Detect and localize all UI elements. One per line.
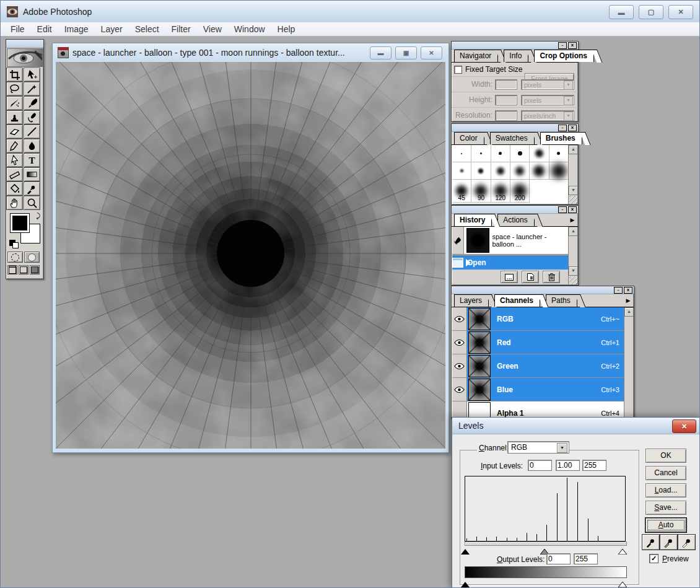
panel-close-icon[interactable]: x xyxy=(568,42,577,49)
close-button[interactable]: ✕ xyxy=(668,5,693,19)
brush-preview[interactable] xyxy=(452,162,471,180)
menu-window[interactable]: Window xyxy=(228,23,271,35)
tab-brushes[interactable]: Brushes xyxy=(540,132,582,144)
channel-row-alpha-1[interactable]: Alpha 1Ctrl+4 xyxy=(452,402,624,418)
channel-select[interactable]: RGB ▼ xyxy=(507,441,569,454)
gamma-slider[interactable] xyxy=(540,546,549,551)
document-titlebar[interactable]: space - launcher - balloon - type 001 - … xyxy=(53,43,448,61)
clone-stamp-tool[interactable] xyxy=(6,110,23,125)
direct-select-tool[interactable] xyxy=(6,153,23,167)
foreground-color-swatch[interactable] xyxy=(10,213,30,233)
brush-preview[interactable] xyxy=(471,162,491,180)
fullscreen-button[interactable] xyxy=(30,265,40,274)
standard-mode-button[interactable] xyxy=(7,252,23,263)
unit-select[interactable]: pixels▼ xyxy=(521,95,574,105)
doc-restore-button[interactable]: ▣ xyxy=(395,46,417,59)
panel-titlebar[interactable]: -x xyxy=(452,206,578,214)
tab-swatches[interactable]: Swatches xyxy=(490,132,535,144)
measure-tool[interactable] xyxy=(6,167,23,182)
scroll-down-icon[interactable]: ▼ xyxy=(569,186,578,195)
history-snapshot-row[interactable]: space - launcher - balloon ... xyxy=(452,227,569,256)
scroll-up-icon[interactable]: ▲ xyxy=(624,307,634,317)
fullscreen-menubar-button[interactable] xyxy=(19,265,28,274)
chevron-down-icon[interactable]: ▼ xyxy=(564,96,573,105)
white-point-slider[interactable] xyxy=(618,546,627,551)
panel-minimize-icon[interactable]: - xyxy=(558,206,567,213)
tab-history[interactable]: History xyxy=(454,214,492,226)
panel-minimize-icon[interactable]: - xyxy=(558,42,567,49)
brush-preview[interactable] xyxy=(549,162,569,180)
channel-row-rgb[interactable]: RGBCtrl+~ xyxy=(452,307,624,331)
airbrush-tool[interactable] xyxy=(6,96,23,110)
chevron-down-icon[interactable]: ▼ xyxy=(564,112,573,121)
default-colors-icon[interactable] xyxy=(9,240,18,248)
brushes-scrollbar[interactable]: ▲ ▼ xyxy=(568,145,577,204)
panel-titlebar[interactable]: -x xyxy=(452,286,634,294)
field-input[interactable] xyxy=(495,95,517,105)
tab-paths[interactable]: Paths xyxy=(546,294,577,307)
lasso-tool[interactable] xyxy=(6,82,23,96)
dialog-close-button[interactable]: ✕ xyxy=(672,419,696,433)
menu-help[interactable]: Help xyxy=(271,23,302,35)
gradient-tool[interactable] xyxy=(24,167,40,182)
output-black-slider[interactable] xyxy=(461,579,470,584)
panel-menu-icon[interactable]: ▶ xyxy=(568,216,577,225)
fixed-target-checkbox[interactable] xyxy=(454,66,462,74)
menu-filter[interactable]: Filter xyxy=(165,23,197,35)
type-tool[interactable]: T xyxy=(24,153,40,167)
menu-image[interactable]: Image xyxy=(58,23,95,35)
resize-grip[interactable] xyxy=(569,276,577,284)
brush-preview[interactable] xyxy=(510,145,530,162)
input-gamma-field[interactable] xyxy=(556,460,580,471)
output-white-slider[interactable] xyxy=(618,579,627,584)
visibility-eye-icon[interactable] xyxy=(452,331,467,354)
channel-row-red[interactable]: RedCtrl+1 xyxy=(452,331,624,354)
save-button[interactable]: Save... xyxy=(645,501,686,515)
history-brush-source-icon[interactable] xyxy=(452,227,464,254)
brush-preview[interactable] xyxy=(530,145,549,162)
eyedropper-tool[interactable] xyxy=(24,182,40,196)
tab-color[interactable]: Color xyxy=(454,132,484,144)
blur-tool[interactable] xyxy=(24,139,40,153)
menu-view[interactable]: View xyxy=(197,23,228,35)
set-black-point-eyedropper[interactable] xyxy=(642,534,660,550)
brush-preview[interactable]: 200 xyxy=(510,180,530,203)
unit-select[interactable]: pixels▼ xyxy=(521,79,574,90)
black-point-slider[interactable] xyxy=(461,546,470,551)
history-brush-tool[interactable] xyxy=(24,110,40,125)
set-gray-point-eyedropper[interactable] xyxy=(660,534,678,550)
visibility-eye-icon[interactable] xyxy=(452,402,467,418)
resize-grip[interactable] xyxy=(569,196,577,204)
toolbox-titlebar[interactable] xyxy=(6,40,43,48)
output-white-field[interactable] xyxy=(574,553,598,564)
standard-screen-button[interactable] xyxy=(7,265,17,274)
dialog-titlebar[interactable]: Levels ✕ xyxy=(452,418,700,434)
swap-colors-icon[interactable]: ⤸ xyxy=(36,212,40,220)
brush-preview[interactable] xyxy=(491,145,510,162)
ok-button[interactable]: OK xyxy=(645,449,686,463)
panel-close-icon[interactable]: x xyxy=(568,206,577,213)
pen-tool[interactable] xyxy=(6,139,23,153)
tab-layers[interactable]: Layers xyxy=(454,294,489,307)
preview-checkbox[interactable]: ✓ xyxy=(649,554,658,563)
scroll-up-icon[interactable]: ▲ xyxy=(569,227,578,236)
panel-minimize-icon[interactable]: - xyxy=(614,287,623,294)
zoom-tool[interactable] xyxy=(24,196,40,210)
move-tool[interactable] xyxy=(24,68,40,82)
input-white-field[interactable] xyxy=(582,460,606,471)
brush-preview[interactable] xyxy=(452,145,471,162)
load-button[interactable]: Load... xyxy=(645,483,686,498)
scroll-up-icon[interactable]: ▲ xyxy=(569,145,578,154)
tab-crop-options[interactable]: Crop Options xyxy=(534,50,594,62)
magic-wand-tool[interactable] xyxy=(24,82,40,96)
tab-actions[interactable]: Actions xyxy=(497,214,534,226)
visibility-eye-icon[interactable] xyxy=(452,307,467,330)
tab-info[interactable]: Info xyxy=(504,50,528,62)
panel-close-icon[interactable]: x xyxy=(568,125,577,131)
delete-trash-button[interactable] xyxy=(543,271,560,283)
field-input[interactable] xyxy=(495,79,517,90)
crop-tool[interactable] xyxy=(6,68,23,82)
tab-navigator[interactable]: Navigator xyxy=(454,50,498,62)
channel-row-green[interactable]: GreenCtrl+2 xyxy=(452,354,624,378)
minimize-button[interactable]: ▬ xyxy=(609,5,634,19)
